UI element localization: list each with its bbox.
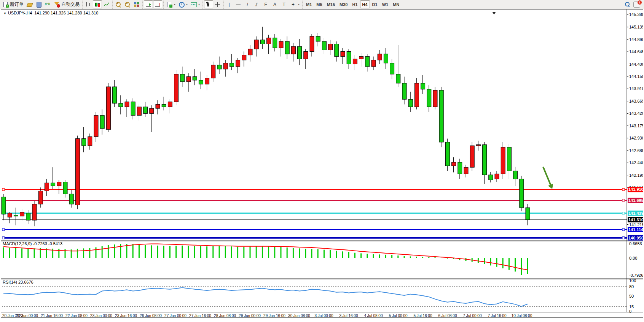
candle — [131, 102, 135, 116]
line-chart-button[interactable] — [102, 0, 111, 8]
crosshair-button[interactable] — [213, 0, 222, 8]
market-watch-button[interactable] — [25, 0, 34, 8]
toolbar-group-chart-types — [82, 0, 112, 9]
tile-windows-button[interactable] — [132, 0, 141, 8]
time-axis-label: 21 Jun 00:00 — [16, 314, 38, 317]
time-axis-label: 27 Jun 16:00 — [189, 314, 211, 317]
bar-chart-button[interactable] — [84, 0, 93, 8]
candle — [248, 49, 252, 55]
time-axis-label: 6 Jul 08:00 — [438, 314, 457, 317]
candle — [63, 182, 67, 194]
arrow-annotation[interactable] — [543, 167, 551, 186]
level-anchor[interactable] — [622, 237, 625, 239]
clock-icon — [179, 2, 185, 8]
periods-button[interactable]: ▾ — [177, 0, 189, 8]
candle — [476, 145, 480, 146]
tf-m1[interactable]: M1 — [304, 0, 314, 8]
trendline-button[interactable]: / — [243, 0, 252, 8]
toolbar-group-insert: +▾▾▾ — [163, 0, 202, 9]
horizontal-line-button[interactable]: — — [234, 0, 243, 8]
candle — [341, 51, 345, 56]
tf-h1-label: H1 — [352, 2, 357, 7]
chevron-down-icon: ▾ — [186, 3, 188, 6]
candle — [427, 89, 431, 107]
tf-d1[interactable]: D1 — [370, 0, 380, 8]
toolbar-group-trade: +新订单((·))自动交易 — [0, 0, 82, 9]
search-icon[interactable] — [625, 2, 630, 7]
level-anchor[interactable] — [622, 188, 625, 190]
candle — [45, 183, 49, 191]
time-axis-label: 3 Jul 00:00 — [315, 314, 333, 317]
candle — [452, 162, 456, 166]
candle — [439, 90, 443, 142]
level-anchor[interactable] — [2, 237, 5, 239]
label-button[interactable]: T — [280, 0, 289, 8]
tf-w1[interactable]: W1 — [380, 0, 391, 8]
channel-button[interactable]: ⫽ — [252, 0, 261, 8]
fibonacci-button[interactable]: F — [261, 0, 271, 8]
level-anchor[interactable] — [622, 228, 625, 231]
/-icon: / — [245, 2, 251, 8]
zoom-out-button[interactable]: − — [123, 0, 132, 8]
time-axis-label: 5 Jul 00:00 — [389, 314, 408, 317]
tf-mn[interactable]: MN — [391, 0, 402, 8]
candle — [359, 57, 363, 59]
tf-m15[interactable]: M15 — [325, 0, 337, 8]
level-anchor[interactable] — [2, 228, 5, 231]
tag-icon — [27, 2, 33, 8]
candle — [14, 215, 18, 216]
candle — [513, 171, 518, 179]
price-level-label: 141.439 — [628, 211, 643, 216]
chart-shift-button[interactable] — [153, 0, 162, 8]
level-anchor[interactable] — [622, 199, 625, 201]
time-axis-label: 7 Jul 00:00 — [463, 314, 482, 317]
chart-canvas: 145.385145.135144.890144.645144.400144.1… — [1, 10, 643, 317]
toolbar-group-timeframes: M1M5M15M30H1H4D1W1MN — [302, 0, 403, 9]
indicators-button[interactable]: +▾ — [165, 0, 177, 8]
auto-trading-button[interactable]: 自动交易 — [53, 0, 81, 8]
candle — [137, 107, 141, 116]
price-tick-label: 145.385 — [629, 12, 643, 17]
new-order-button[interactable]: +新订单 — [1, 0, 25, 8]
arrows-button[interactable]: ✦▾ — [289, 0, 301, 8]
candle — [414, 83, 419, 107]
price-tick-label: 142.685 — [629, 148, 643, 153]
notifications-icon[interactable]: 1 — [633, 2, 640, 8]
candle — [445, 142, 450, 166]
candle — [316, 36, 320, 41]
collapse-icon[interactable]: ▼ — [3, 12, 6, 15]
navigator-button[interactable] — [34, 0, 43, 8]
candle — [26, 213, 30, 220]
candle — [2, 197, 6, 214]
level-anchor[interactable] — [2, 188, 5, 190]
candle — [483, 145, 487, 175]
text-button[interactable]: A — [271, 0, 280, 8]
price-tick-label: 143.175 — [629, 124, 643, 128]
time-axis-label: 29 Jun 00:00 — [239, 314, 261, 317]
candle — [69, 194, 73, 204]
tf-m30[interactable]: M30 — [337, 0, 350, 8]
chart-title: ▼USDJPY-,H4 141.290 141.326 141.280 141.… — [3, 11, 98, 15]
candlestick-button[interactable] — [93, 0, 102, 8]
tf-h4[interactable]: H4 — [360, 0, 370, 8]
templates-button[interactable]: ▾ — [189, 0, 201, 8]
bars-icon — [85, 2, 91, 8]
auto-scroll-button[interactable] — [144, 0, 153, 8]
chart-shift-marker[interactable] — [492, 12, 496, 14]
macd-signal-line — [3, 244, 528, 270]
tf-h1[interactable]: H1 — [350, 0, 360, 8]
macd-axis-label: 0.6653 — [629, 241, 642, 246]
time-axis-label: 23 Jun 16:00 — [115, 314, 137, 317]
rsi-indicator-label: RSI(14) 23.6676 — [3, 280, 33, 284]
tf-m5[interactable]: M5 — [314, 0, 324, 8]
cursor-button[interactable] — [204, 0, 213, 8]
signals-button[interactable]: ((·)) — [43, 0, 53, 8]
level-anchor[interactable] — [622, 212, 625, 214]
time-axis-label: 4 Jul 08:00 — [364, 314, 383, 317]
vertical-line-button[interactable]: | — [225, 0, 234, 8]
macd-axis-label: 0.00 — [629, 256, 637, 260]
price-tick-label: 141.215 — [629, 222, 643, 227]
price-level-label: 141.310 — [628, 217, 643, 222]
zoom-in-button[interactable]: + — [114, 0, 123, 8]
candle — [328, 44, 333, 50]
